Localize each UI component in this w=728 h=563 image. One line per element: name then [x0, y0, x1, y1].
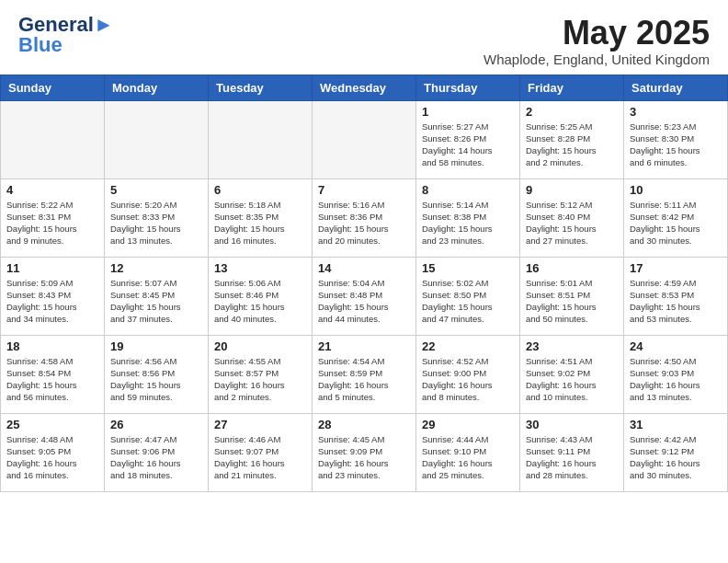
day-info: Sunrise: 4:54 AM Sunset: 8:59 PM Dayligh… [318, 355, 410, 404]
day-info: Sunrise: 5:18 AM Sunset: 8:35 PM Dayligh… [214, 199, 306, 247]
calendar-cell: 29Sunrise: 4:44 AM Sunset: 9:10 PM Dayli… [416, 413, 520, 491]
calendar-cell: 13Sunrise: 5:06 AM Sunset: 8:46 PM Dayli… [209, 257, 313, 335]
calendar-cell: 11Sunrise: 5:09 AM Sunset: 8:43 PM Dayli… [1, 257, 105, 335]
day-info: Sunrise: 4:47 AM Sunset: 9:06 PM Dayligh… [110, 433, 202, 482]
day-info: Sunrise: 5:04 AM Sunset: 8:48 PM Dayligh… [318, 277, 410, 326]
day-info: Sunrise: 5:01 AM Sunset: 8:51 PM Dayligh… [526, 277, 618, 326]
day-number: 11 [6, 261, 98, 275]
day-info: Sunrise: 5:12 AM Sunset: 8:40 PM Dayligh… [526, 199, 618, 247]
day-info: Sunrise: 5:09 AM Sunset: 8:43 PM Dayligh… [6, 277, 98, 326]
day-number: 13 [214, 261, 306, 275]
day-number: 15 [422, 261, 514, 275]
day-info: Sunrise: 5:23 AM Sunset: 8:30 PM Dayligh… [630, 121, 722, 169]
logo: General►Blue [18, 15, 114, 55]
day-info: Sunrise: 5:27 AM Sunset: 8:26 PM Dayligh… [422, 121, 514, 169]
calendar-cell: 9Sunrise: 5:12 AM Sunset: 8:40 PM Daylig… [520, 178, 624, 257]
day-header-friday: Friday [520, 75, 624, 100]
calendar-cell: 22Sunrise: 4:52 AM Sunset: 9:00 PM Dayli… [416, 335, 520, 413]
calendar-cell: 30Sunrise: 4:43 AM Sunset: 9:11 PM Dayli… [520, 413, 624, 491]
day-number: 3 [630, 105, 722, 119]
day-info: Sunrise: 5:16 AM Sunset: 8:36 PM Dayligh… [318, 199, 410, 247]
day-info: Sunrise: 4:46 AM Sunset: 9:07 PM Dayligh… [214, 433, 306, 482]
day-info: Sunrise: 4:52 AM Sunset: 9:00 PM Dayligh… [422, 355, 514, 404]
day-info: Sunrise: 4:44 AM Sunset: 9:10 PM Dayligh… [422, 433, 514, 482]
logo-text: General►Blue [18, 15, 114, 55]
day-info: Sunrise: 5:02 AM Sunset: 8:50 PM Dayligh… [422, 277, 514, 326]
day-number: 23 [526, 339, 618, 353]
day-info: Sunrise: 5:11 AM Sunset: 8:42 PM Dayligh… [630, 199, 722, 247]
day-number: 18 [6, 339, 98, 353]
day-number: 12 [110, 261, 202, 275]
day-info: Sunrise: 5:06 AM Sunset: 8:46 PM Dayligh… [214, 277, 306, 326]
calendar-cell: 3Sunrise: 5:23 AM Sunset: 8:30 PM Daylig… [624, 100, 728, 178]
calendar-cell: 14Sunrise: 5:04 AM Sunset: 8:48 PM Dayli… [313, 257, 416, 335]
day-number: 10 [630, 183, 722, 197]
day-info: Sunrise: 5:07 AM Sunset: 8:45 PM Dayligh… [110, 277, 202, 326]
calendar-cell [105, 100, 209, 178]
day-number: 31 [630, 418, 722, 431]
calendar-subtitle: Whaplode, England, United Kingdom [483, 52, 710, 67]
page-header: General►Blue May 2025 Whaplode, England,… [0, 0, 728, 71]
calendar-cell [313, 100, 416, 178]
calendar-cell: 15Sunrise: 5:02 AM Sunset: 8:50 PM Dayli… [416, 257, 520, 335]
calendar-cell: 16Sunrise: 5:01 AM Sunset: 8:51 PM Dayli… [520, 257, 624, 335]
day-number: 30 [526, 418, 618, 431]
day-info: Sunrise: 4:48 AM Sunset: 9:05 PM Dayligh… [6, 433, 98, 482]
day-number: 4 [6, 183, 98, 197]
day-info: Sunrise: 4:56 AM Sunset: 8:56 PM Dayligh… [110, 355, 202, 404]
day-number: 9 [526, 183, 618, 197]
calendar-cell: 20Sunrise: 4:55 AM Sunset: 8:57 PM Dayli… [209, 335, 313, 413]
day-info: Sunrise: 4:55 AM Sunset: 8:57 PM Dayligh… [214, 355, 306, 404]
calendar-cell: 23Sunrise: 4:51 AM Sunset: 9:02 PM Dayli… [520, 335, 624, 413]
day-number: 21 [318, 339, 410, 353]
calendar-cell: 26Sunrise: 4:47 AM Sunset: 9:06 PM Dayli… [105, 413, 209, 491]
day-info: Sunrise: 4:59 AM Sunset: 8:53 PM Dayligh… [630, 277, 722, 326]
calendar-cell: 25Sunrise: 4:48 AM Sunset: 9:05 PM Dayli… [1, 413, 105, 491]
day-info: Sunrise: 5:25 AM Sunset: 8:28 PM Dayligh… [526, 121, 618, 169]
calendar-cell: 28Sunrise: 4:45 AM Sunset: 9:09 PM Dayli… [313, 413, 416, 491]
calendar-cell: 19Sunrise: 4:56 AM Sunset: 8:56 PM Dayli… [105, 335, 209, 413]
day-header-tuesday: Tuesday [209, 75, 313, 100]
day-header-sunday: Sunday [1, 75, 105, 100]
day-number: 14 [318, 261, 410, 275]
week-row-4: 18Sunrise: 4:58 AM Sunset: 8:54 PM Dayli… [1, 335, 728, 413]
day-number: 28 [318, 418, 410, 431]
day-number: 17 [630, 261, 722, 275]
calendar-cell: 24Sunrise: 4:50 AM Sunset: 9:03 PM Dayli… [624, 335, 728, 413]
day-header-thursday: Thursday [416, 75, 520, 100]
day-number: 25 [6, 418, 98, 431]
calendar-cell: 21Sunrise: 4:54 AM Sunset: 8:59 PM Dayli… [313, 335, 416, 413]
day-number: 29 [422, 418, 514, 431]
calendar-cell: 4Sunrise: 5:22 AM Sunset: 8:31 PM Daylig… [1, 178, 105, 257]
calendar-cell: 17Sunrise: 4:59 AM Sunset: 8:53 PM Dayli… [624, 257, 728, 335]
day-number: 27 [214, 418, 306, 431]
day-number: 8 [422, 183, 514, 197]
day-number: 24 [630, 339, 722, 353]
calendar-cell: 12Sunrise: 5:07 AM Sunset: 8:45 PM Dayli… [105, 257, 209, 335]
day-number: 19 [110, 339, 202, 353]
day-number: 1 [422, 105, 514, 119]
day-number: 22 [422, 339, 514, 353]
day-number: 5 [110, 183, 202, 197]
calendar-cell: 10Sunrise: 5:11 AM Sunset: 8:42 PM Dayli… [624, 178, 728, 257]
calendar-cell: 5Sunrise: 5:20 AM Sunset: 8:33 PM Daylig… [105, 178, 209, 257]
calendar-cell: 31Sunrise: 4:42 AM Sunset: 9:12 PM Dayli… [624, 413, 728, 491]
day-number: 6 [214, 183, 306, 197]
calendar-cell [209, 100, 313, 178]
title-block: May 2025 Whaplode, England, United Kingd… [483, 15, 710, 67]
day-header-wednesday: Wednesday [313, 75, 416, 100]
day-info: Sunrise: 4:43 AM Sunset: 9:11 PM Dayligh… [526, 433, 618, 482]
day-info: Sunrise: 4:58 AM Sunset: 8:54 PM Dayligh… [6, 355, 98, 404]
day-info: Sunrise: 5:22 AM Sunset: 8:31 PM Dayligh… [6, 199, 98, 247]
day-number: 7 [318, 183, 410, 197]
day-header-saturday: Saturday [624, 75, 728, 100]
day-info: Sunrise: 4:45 AM Sunset: 9:09 PM Dayligh… [318, 433, 410, 482]
day-info: Sunrise: 4:51 AM Sunset: 9:02 PM Dayligh… [526, 355, 618, 404]
calendar-table: SundayMondayTuesdayWednesdayThursdayFrid… [0, 75, 728, 492]
calendar-cell: 2Sunrise: 5:25 AM Sunset: 8:28 PM Daylig… [520, 100, 624, 178]
week-row-1: 1Sunrise: 5:27 AM Sunset: 8:26 PM Daylig… [1, 100, 728, 178]
calendar-cell: 18Sunrise: 4:58 AM Sunset: 8:54 PM Dayli… [1, 335, 105, 413]
day-number: 20 [214, 339, 306, 353]
day-info: Sunrise: 4:50 AM Sunset: 9:03 PM Dayligh… [630, 355, 722, 404]
calendar-cell: 1Sunrise: 5:27 AM Sunset: 8:26 PM Daylig… [416, 100, 520, 178]
